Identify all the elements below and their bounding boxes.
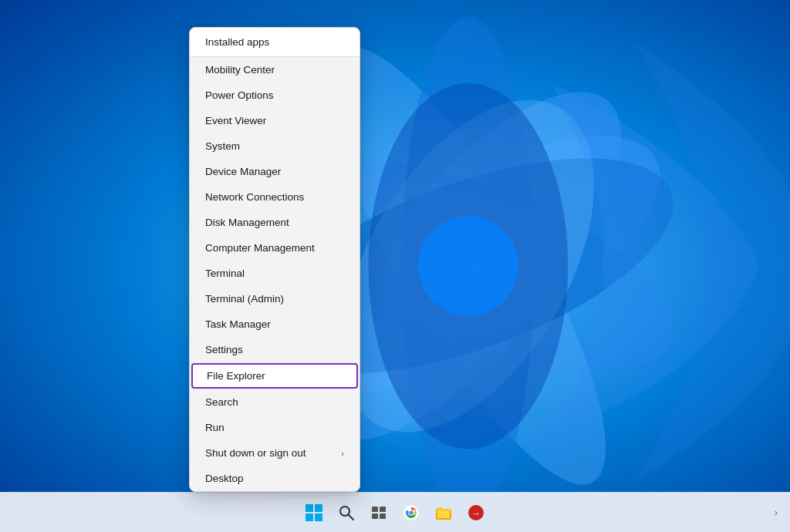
menu-item-power-options[interactable]: Power Options (190, 82, 360, 108)
menu-item-run[interactable]: Run (190, 415, 360, 440)
menu-item-event-viewer[interactable]: Event Viewer (190, 108, 360, 133)
taskbar-right: › (771, 506, 781, 520)
menu-item-label-run: Run (205, 422, 225, 433)
menu-item-label-task-manager: Task Manager (205, 318, 271, 330)
menu-item-label-shut-down: Shut down or sign out (205, 447, 306, 459)
menu-item-label-power-options: Power Options (205, 89, 274, 101)
menu-item-label-device-manager: Device Manager (205, 166, 281, 177)
context-menu: Installed appsMobility CenterPower Optio… (189, 27, 360, 492)
svg-rect-13 (315, 504, 322, 512)
start-button[interactable] (300, 499, 328, 527)
taskbar-app6-button[interactable]: → (462, 499, 490, 527)
desktop: Installed appsMobility CenterPower Optio… (0, 0, 790, 532)
menu-item-shut-down[interactable]: Shut down or sign out› (190, 440, 360, 466)
menu-item-installed-apps[interactable]: Installed apps (190, 28, 360, 57)
menu-item-device-manager[interactable]: Device Manager (190, 159, 360, 184)
svg-line-17 (349, 515, 353, 520)
menu-item-task-manager[interactable]: Task Manager (190, 311, 360, 337)
menu-item-label-installed-apps: Installed apps (205, 36, 269, 48)
menu-item-disk-management[interactable]: Disk Management (190, 210, 360, 235)
task-view-icon (371, 505, 387, 520)
menu-item-label-desktop: Desktop (205, 473, 244, 484)
menu-item-settings[interactable]: Settings (190, 337, 360, 362)
submenu-chevron-shut-down: › (341, 449, 344, 458)
desktop-wallpaper (0, 0, 790, 532)
menu-item-label-terminal-admin: Terminal (Admin) (205, 293, 284, 305)
menu-item-system[interactable]: System (190, 133, 360, 159)
svg-rect-15 (315, 513, 322, 521)
menu-item-computer-management[interactable]: Computer Management (190, 235, 360, 261)
svg-rect-14 (306, 513, 313, 521)
svg-rect-26 (437, 511, 450, 518)
svg-rect-21 (380, 513, 386, 519)
file-explorer-icon (435, 504, 452, 521)
menu-item-terminal-admin[interactable]: Terminal (Admin) (190, 286, 360, 311)
taskbar-taskview-button[interactable] (365, 499, 393, 527)
menu-item-terminal[interactable]: Terminal (190, 261, 360, 286)
menu-item-search[interactable]: Search (190, 389, 360, 415)
svg-rect-18 (372, 507, 378, 512)
svg-rect-12 (306, 504, 313, 512)
menu-item-network-connections[interactable]: Network Connections (190, 184, 360, 210)
taskbar-search-button[interactable] (333, 499, 360, 527)
taskbar-file-explorer-button[interactable] (430, 499, 457, 527)
svg-point-24 (410, 510, 414, 514)
menu-item-label-computer-management: Computer Management (205, 242, 315, 254)
windows-logo-icon (306, 504, 322, 521)
svg-point-9 (418, 216, 518, 315)
svg-text:→: → (471, 508, 481, 519)
menu-item-label-disk-management: Disk Management (205, 217, 289, 228)
svg-rect-19 (380, 507, 386, 512)
menu-item-label-system: System (205, 140, 240, 152)
taskbar-chrome-button[interactable] (397, 499, 425, 527)
taskbar-center: → (300, 499, 490, 527)
taskbar-show-hidden-button[interactable]: › (771, 506, 781, 520)
menu-item-label-file-explorer: File Explorer (207, 370, 265, 382)
menu-item-file-explorer[interactable]: File Explorer (191, 363, 358, 389)
taskbar: → › (0, 492, 790, 532)
menu-item-label-mobility-center: Mobility Center (205, 64, 275, 76)
menu-item-desktop[interactable]: Desktop (190, 466, 360, 491)
search-icon (339, 505, 354, 520)
menu-item-label-search: Search (205, 396, 238, 408)
menu-item-label-event-viewer: Event Viewer (205, 115, 266, 126)
menu-item-label-terminal: Terminal (205, 268, 245, 279)
menu-item-label-network-connections: Network Connections (205, 191, 304, 203)
svg-point-16 (340, 507, 349, 516)
svg-rect-20 (372, 513, 378, 519)
remote-app-icon: → (468, 504, 484, 521)
menu-item-mobility-center[interactable]: Mobility Center (190, 57, 360, 82)
menu-item-label-settings: Settings (205, 344, 243, 355)
chrome-icon (403, 504, 420, 521)
